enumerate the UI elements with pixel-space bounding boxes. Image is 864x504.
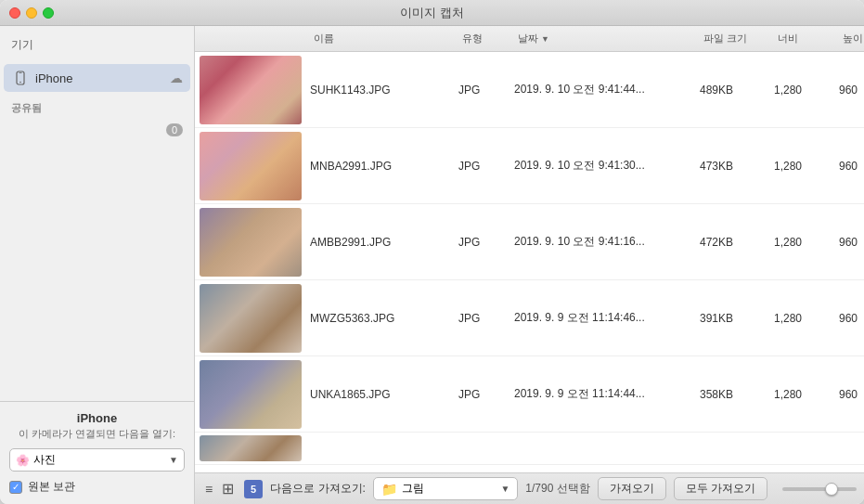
col-header-type[interactable]: 유형 xyxy=(458,32,514,45)
device-desc: 이 카메라가 연결되면 다음을 열기: xyxy=(9,427,185,441)
table-body: SUHK1143.JPG JPG 2019. 9. 10 오전 9:41:44.… xyxy=(195,52,864,472)
close-button[interactable] xyxy=(9,7,20,19)
keep-original-checkbox[interactable]: ✓ xyxy=(9,481,22,494)
width-1: 1,280 xyxy=(770,84,835,97)
bottom-bar: ≡ ⊞ 5 다음으로 가져오기: 📁 그림 ▼ 1/790 선택함 가져오기 모… xyxy=(195,472,864,504)
size-2: 473KB xyxy=(696,160,770,173)
zoom-slider[interactable] xyxy=(782,487,857,491)
import-to-label: 다음으로 가져오기: xyxy=(270,481,366,497)
check-icon: ✓ xyxy=(12,482,19,492)
table-row[interactable] xyxy=(195,433,864,465)
main-window: 이미지 캡처 기기 iPhone ☁ 공유됨 xyxy=(0,0,864,504)
type-3: JPG xyxy=(455,236,510,249)
type-4: JPG xyxy=(455,312,510,325)
thumbnail-image-4 xyxy=(200,284,302,353)
thumbnail-cell-2 xyxy=(195,129,306,203)
grid-view-button[interactable]: ⊞ xyxy=(219,478,237,499)
date-4: 2019. 9. 9 오전 11:14:46... xyxy=(510,310,696,326)
traffic-lights xyxy=(9,7,54,19)
sidebar: 기기 iPhone ☁ 공유됨 0 xyxy=(0,26,195,504)
height-3: 960 xyxy=(835,236,864,249)
thumbnail-image-2 xyxy=(200,132,302,200)
back-label[interactable]: 기기 xyxy=(9,33,185,58)
filename-1: SUHK1143.JPG xyxy=(306,84,455,97)
titlebar: 이미지 캡처 xyxy=(0,0,864,26)
shared-badge: 0 xyxy=(166,123,183,136)
maximize-button[interactable] xyxy=(43,7,54,19)
keep-original-label: 원본 보관 xyxy=(28,479,75,495)
table-row[interactable]: AMBB2991.JPG JPG 2019. 9. 10 오전 9:41:16.… xyxy=(195,204,864,280)
col-header-height[interactable]: 높이 xyxy=(839,32,864,45)
thumbnail-cell-4 xyxy=(195,281,306,355)
filename-3: AMBB2991.JPG xyxy=(306,236,455,249)
device-info: iPhone 이 카메라가 연결되면 다음을 열기: xyxy=(9,411,185,441)
main-content: 기기 iPhone ☁ 공유됨 0 xyxy=(0,26,864,504)
date-5: 2019. 9. 9 오전 11:14:44... xyxy=(510,386,696,402)
sidebar-bottom: iPhone 이 카메라가 연결되면 다음을 열기: 🌸 사진 ▼ ✓ 원본 보… xyxy=(0,401,194,504)
folder-badge: 5 xyxy=(244,480,263,498)
destination-folder-select[interactable]: 📁 그림 ▼ xyxy=(373,477,518,500)
iphone-icon xyxy=(11,69,30,87)
photos-app-icon: 🌸 xyxy=(16,454,30,467)
size-3: 472KB xyxy=(696,236,770,249)
width-2: 1,280 xyxy=(770,160,835,173)
width-3: 1,280 xyxy=(770,236,835,249)
list-view-button[interactable]: ≡ xyxy=(202,480,215,498)
open-with-row: 🌸 사진 ▼ xyxy=(9,448,185,472)
table-row[interactable]: MNBA2991.JPG JPG 2019. 9. 10 오전 9:41:30.… xyxy=(195,128,864,204)
table-row[interactable]: UNKA1865.JPG JPG 2019. 9. 9 오전 11:14:44.… xyxy=(195,356,864,433)
status-text: 1/790 선택함 xyxy=(525,481,589,497)
col-header-name[interactable]: 이름 xyxy=(310,32,458,45)
table-row[interactable]: MWZG5363.JPG JPG 2019. 9. 9 오전 11:14:46.… xyxy=(195,280,864,356)
col-header-width[interactable]: 너비 xyxy=(774,32,839,45)
filename-4: MWZG5363.JPG xyxy=(306,312,455,325)
height-2: 960 xyxy=(835,160,864,173)
select-chevron-icon: ▼ xyxy=(169,455,178,465)
width-5: 1,280 xyxy=(770,388,835,401)
keep-original-row: ✓ 원본 보관 xyxy=(9,479,185,495)
thumbnail-cell-6 xyxy=(195,433,306,464)
content-area: 이름 유형 날짜 ▼ 파일 크기 너비 높이 SUHK1143.JPG xyxy=(195,26,864,504)
slider-track xyxy=(782,487,857,491)
import-button[interactable]: 가져오기 xyxy=(598,477,666,500)
date-1: 2019. 9. 10 오전 9:41:44... xyxy=(510,82,696,97)
thumbnail-cell-1 xyxy=(195,53,306,127)
size-4: 391KB xyxy=(696,312,770,325)
view-toggle: ≡ ⊞ xyxy=(202,478,237,499)
date-3: 2019. 9. 10 오전 9:41:16... xyxy=(510,234,696,250)
table-row[interactable]: SUHK1143.JPG JPG 2019. 9. 10 오전 9:41:44.… xyxy=(195,52,864,128)
folder-select-chevron-icon: ▼ xyxy=(500,484,509,494)
shared-label: 공유됨 xyxy=(0,94,194,117)
filename-2: MNBA2991.JPG xyxy=(306,160,455,173)
window-title: 이미지 캡처 xyxy=(400,5,464,21)
col-header-size[interactable]: 파일 크기 xyxy=(700,32,774,45)
height-4: 960 xyxy=(835,312,864,325)
table-header: 이름 유형 날짜 ▼ 파일 크기 너비 높이 xyxy=(195,26,864,52)
thumbnail-cell-5 xyxy=(195,357,306,432)
filename-5: UNKA1865.JPG xyxy=(306,388,455,401)
width-4: 1,280 xyxy=(770,312,835,325)
type-5: JPG xyxy=(455,388,510,401)
thumbnail-image-6 xyxy=(200,435,302,461)
type-2: JPG xyxy=(455,160,510,173)
sidebar-nav: 기기 xyxy=(0,26,194,62)
open-with-value: 사진 xyxy=(33,452,56,468)
slider-thumb[interactable] xyxy=(825,483,838,496)
folder-name: 그림 xyxy=(402,481,424,497)
thumbnail-image-5 xyxy=(200,360,302,429)
sort-arrow-icon: ▼ xyxy=(541,34,549,44)
thumbnail-image-3 xyxy=(200,208,302,277)
import-all-button[interactable]: 모두 가져오기 xyxy=(674,477,767,500)
folder-icon: 📁 xyxy=(381,482,397,497)
svg-point-1 xyxy=(19,82,21,84)
sidebar-item-shared[interactable]: 0 xyxy=(4,119,190,141)
thumbnail-cell-3 xyxy=(195,205,306,279)
col-header-date[interactable]: 날짜 ▼ xyxy=(514,32,700,45)
minimize-button[interactable] xyxy=(26,7,37,19)
type-1: JPG xyxy=(455,84,510,97)
cloud-icon: ☁ xyxy=(170,71,183,85)
date-2: 2019. 9. 10 오전 9:41:30... xyxy=(510,158,696,174)
open-with-select[interactable]: 🌸 사진 ▼ xyxy=(9,448,185,472)
iphone-label: iPhone xyxy=(35,71,72,85)
sidebar-item-iphone[interactable]: iPhone ☁ xyxy=(4,64,190,92)
